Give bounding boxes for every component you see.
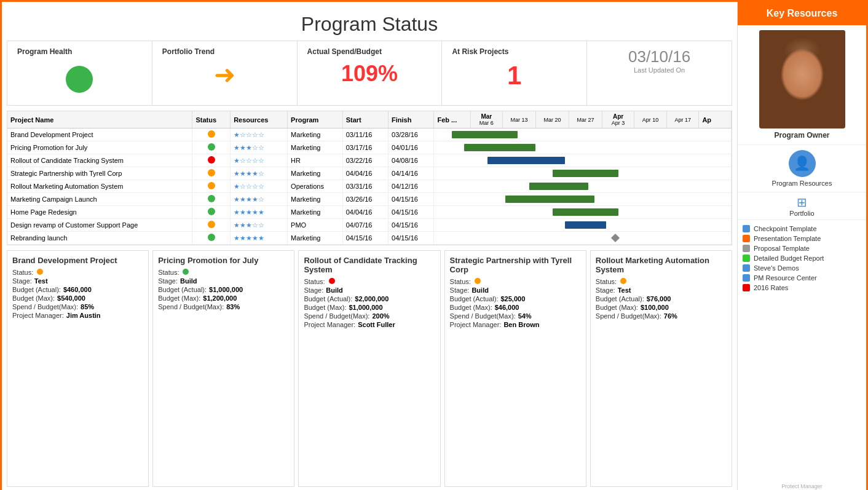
portfolio-label: Portfolio (789, 210, 814, 217)
card-status-dot (37, 269, 43, 275)
table-row: Rebranding launch ★★★★★ Marketing 04/15/… (7, 232, 732, 245)
cell-start: 03/11/16 (342, 128, 388, 141)
card-title: Brand Development Project (12, 256, 143, 265)
kpi-program-health: Program Health (7, 41, 152, 105)
card-status-dot (620, 278, 626, 284)
sidebar-link-item[interactable]: PM Resource Center (743, 274, 861, 282)
cell-name: Rollout of Candidate Tracking System (7, 154, 192, 167)
portfolio-section: ⊞ Portfolio (738, 192, 866, 220)
card-title: Rollout Marketing Automation System (596, 256, 727, 274)
col-header-name: Project Name (7, 111, 192, 128)
cell-program: Marketing (288, 167, 343, 180)
cell-program: Marketing (288, 232, 343, 245)
card-budget-actual-row: Budget (Actual): $76,000 (596, 295, 727, 302)
link-icon (743, 264, 750, 272)
card-budget-max-row: Budget (Max): $1,000,000 (304, 304, 435, 311)
cell-status (192, 154, 231, 167)
cell-start: 03/17/16 (342, 141, 388, 154)
gantt-bar-cell (434, 154, 732, 167)
col-header-status: Status (192, 111, 231, 128)
kpi-last-updated: 03/10/16 Last Updated On (587, 41, 732, 105)
sidebar-title: Key Resources (738, 2, 866, 25)
kpi-portfolio-trend: Portfolio Trend ➜ (152, 41, 298, 105)
card-budget-actual-row: Budget (Actual): $1,000,000 (158, 286, 289, 293)
cell-start: 03/22/16 (342, 154, 388, 167)
page-title: Program Status (7, 7, 732, 41)
cell-status (192, 219, 231, 232)
cell-start: 04/04/16 (342, 167, 388, 180)
project-card: Brand Development Project Status: Stage:… (7, 250, 149, 487)
gantt-table-wrapper: Project Name Status Resources Program St… (7, 111, 732, 245)
link-icon (743, 255, 750, 262)
trend-arrow: ➜ (214, 62, 235, 88)
card-pm-row: Project Manager: Jim Austin (12, 312, 143, 319)
table-row: Design revamp of Customer Support Page ★… (7, 219, 732, 232)
cell-program: Marketing (288, 128, 343, 141)
app-container: Program Status Program Health Portfolio … (2, 2, 866, 490)
card-spend-row: Spend / Budget(Max): 83% (158, 303, 289, 310)
col-header-apr3: AprApr 3 (602, 111, 634, 128)
card-budget-actual-row: Budget (Actual): $460,000 (12, 286, 143, 293)
sidebar-link-item[interactable]: 2016 Rates (743, 284, 861, 291)
link-icon (743, 284, 750, 291)
col-header-mar20: Mar 20 (536, 111, 569, 128)
card-budget-actual-row: Budget (Actual): $2,000,000 (304, 295, 435, 302)
link-icon (743, 274, 750, 282)
card-budget-actual-row: Budget (Actual): $25,000 (450, 295, 581, 302)
last-updated-date: 03/10/16 (628, 47, 690, 66)
cell-status (192, 206, 231, 219)
avatar-face (759, 30, 845, 128)
table-row: Rollout of Candidate Tracking System ★☆☆… (7, 154, 732, 167)
card-status-row: Status: (158, 269, 289, 276)
cell-program: PMO (288, 219, 343, 232)
cell-status (192, 128, 231, 141)
sidebar-link-item[interactable]: Detailed Budget Report (743, 255, 861, 262)
sidebar-link-item[interactable]: Checkpoint Template (743, 225, 861, 232)
link-label: Presentation Template (754, 235, 821, 242)
card-spend-row: Spend / Budget(Max): 54% (450, 312, 581, 320)
gantt-bar-cell (434, 193, 732, 206)
cell-finish: 04/15/16 (389, 206, 434, 219)
link-label: Proposal Template (754, 245, 810, 252)
sidebar-link-item[interactable]: Presentation Template (743, 235, 861, 242)
cell-finish: 04/15/16 (389, 232, 434, 245)
cell-resources: ★☆☆☆☆ (231, 154, 288, 167)
cell-name: Rebranding launch (7, 232, 192, 245)
col-header-mar6: MarMar 6 (470, 111, 503, 128)
card-status-dot (183, 269, 189, 275)
card-budget-max-row: Budget (Max): $46,000 (450, 304, 581, 311)
gantt-bar-cell (434, 141, 732, 154)
cards-row: Brand Development Project Status: Stage:… (7, 250, 732, 487)
cell-resources: ★★★★★ (231, 206, 288, 219)
sidebar-link-item[interactable]: Proposal Template (743, 245, 861, 252)
table-row: Rollout Marketing Automation System ★☆☆☆… (7, 180, 732, 193)
col-header-apr10: Apr 10 (634, 111, 667, 128)
cell-name: Design revamp of Customer Support Page (7, 219, 192, 232)
link-label: Steve's Demos (754, 264, 799, 272)
owner-label: Program Owner (774, 131, 829, 140)
portfolio-icon[interactable]: ⊞ (797, 195, 807, 210)
kpi-portfolio-trend-label: Portfolio Trend (162, 47, 215, 56)
col-header-finish: Finish (389, 111, 434, 128)
col-header-program: Program (288, 111, 343, 128)
card-stage-row: Stage: Build (450, 286, 581, 294)
card-stage-row: Stage: Test (12, 277, 143, 285)
table-row: Marketing Campaign Launch ★★★★☆ Marketin… (7, 193, 732, 206)
project-card: Rollout of Candidate Tracking System Sta… (298, 250, 440, 487)
col-header-feb: Feb ... (434, 111, 470, 128)
cell-finish: 04/14/16 (389, 167, 434, 180)
col-header-apr-more: Ap (699, 111, 732, 128)
resources-icon[interactable]: 👤 (789, 150, 816, 177)
sidebar: Key Resources Program Owner 👤 Program Re… (737, 2, 866, 490)
card-spend-row: Spend / Budget(Max): 85% (12, 303, 143, 310)
cell-finish: 04/08/16 (389, 154, 434, 167)
health-indicator (66, 66, 93, 93)
cell-start: 04/07/16 (342, 219, 388, 232)
link-icon (743, 225, 750, 232)
col-header-mar13: Mar 13 (503, 111, 536, 128)
sidebar-link-item[interactable]: Steve's Demos (743, 264, 861, 272)
card-status-row: Status: (304, 278, 435, 285)
cell-start: 03/31/16 (342, 180, 388, 193)
table-row: Brand Development Project ★☆☆☆☆ Marketin… (7, 128, 732, 141)
cell-program: Marketing (288, 206, 343, 219)
